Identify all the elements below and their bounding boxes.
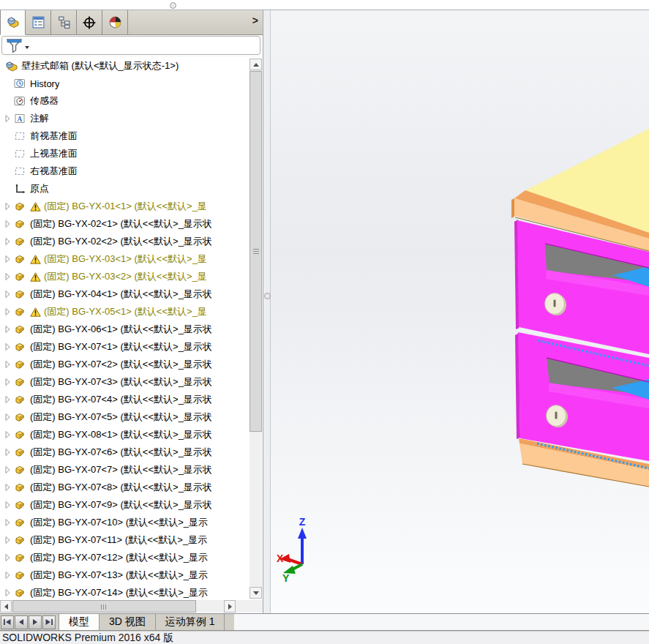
tree-row[interactable]: (固定) BG-YX-03<1> (默认<<默认>_显 <box>0 250 263 268</box>
document-tab-3D 视图[interactable]: 3D 视图 <box>100 614 156 630</box>
tree-row[interactable]: (固定) BG-YX-08<1> (默认<<默认>_显示状 <box>0 426 263 443</box>
tab-nav-next-button[interactable] <box>29 615 42 629</box>
tree-row[interactable]: (固定) BG-YX-05<1> (默认<<默认>_显 <box>0 303 263 321</box>
expand-arrow-icon[interactable] <box>4 220 14 228</box>
expand-arrow-icon[interactable] <box>4 202 14 211</box>
tree-row[interactable]: 右视基准面 <box>0 162 263 180</box>
keyhole <box>555 412 558 419</box>
tab-overflow-arrow[interactable]: > <box>252 15 258 26</box>
expand-arrow-icon[interactable] <box>4 114 14 123</box>
expand-arrow-icon[interactable] <box>4 430 14 439</box>
expand-arrow-icon[interactable] <box>4 571 14 580</box>
tree-item-label: (固定) BG-YX-07<5> (默认<<默认>_显示状 <box>30 411 212 424</box>
tree-row[interactable]: 上视基准面 <box>0 145 263 162</box>
expand-arrow-icon[interactable] <box>4 237 14 246</box>
scroll-down-button[interactable] <box>250 587 262 599</box>
z-axis-label: Z <box>299 516 306 528</box>
tree-item-label: 传感器 <box>30 94 59 108</box>
tree-row[interactable]: (固定) BG-YX-04<1> (默认<<默认>_显示状 <box>0 285 263 303</box>
tree-row[interactable]: (固定) BG-YX-07<10> (默认<<默认>_显示 <box>0 514 263 531</box>
document-tabs: 模型 3D 视图 运动算例 1 <box>59 614 225 630</box>
panel-splitter[interactable] <box>263 10 271 613</box>
expand-arrow-icon[interactable] <box>4 342 14 351</box>
tree-row[interactable]: (固定) BG-YX-07<8> (默认<<默认>_显示状 <box>0 479 263 496</box>
tree-row[interactable]: (固定) BG-YX-07<1> (默认<<默认>_显示状 <box>0 338 263 356</box>
tree-item-label: (固定) BG-YX-06<1> (默认<<默认>_显示状 <box>30 323 212 336</box>
expand-arrow-icon[interactable] <box>4 255 14 263</box>
tree-row[interactable]: (固定) BG-YX-07<12> (默认<<默认>_显示 <box>0 549 263 566</box>
expand-arrow-icon[interactable] <box>4 395 14 404</box>
document-tab-运动算例 1[interactable]: 运动算例 1 <box>156 614 225 630</box>
expand-arrow-icon[interactable] <box>4 325 14 334</box>
tree-vertical-scrollbar[interactable] <box>250 59 262 599</box>
tab-nav-last-button[interactable] <box>42 615 56 629</box>
tree-row[interactable]: (固定) BG-YX-01<1> (默认<<默认>_显 <box>0 198 263 215</box>
vertical-scroll-thumb[interactable] <box>250 71 262 432</box>
mailbox-model[interactable]: Z X Y <box>271 10 649 613</box>
feature-manager-tab-dimxpert-manager[interactable] <box>77 10 102 34</box>
tree-item-label: 前视基准面 <box>30 130 78 143</box>
expand-arrow-icon[interactable] <box>4 483 14 492</box>
expand-arrow-icon[interactable] <box>4 360 14 369</box>
tree-row[interactable]: (固定) BG-YX-07<2> (默认<<默认>_显示状 <box>0 356 263 373</box>
tree-row[interactable]: 壁挂式邮箱 (默认<默认_显示状态-1>) <box>0 57 263 75</box>
feature-manager-tab-featuremanager-design-tree[interactable] <box>0 10 26 35</box>
expand-arrow-icon[interactable] <box>4 588 14 597</box>
expand-arrow-icon[interactable] <box>4 307 14 316</box>
tree-row[interactable]: (固定) BG-YX-07<14> (默认<<默认>_显示 <box>0 584 263 600</box>
part-icon <box>14 201 26 213</box>
panel-top-splitter-grip[interactable] <box>170 2 176 9</box>
expand-arrow-icon[interactable] <box>4 536 14 544</box>
tree-row[interactable]: (固定) BG-YX-07<5> (默认<<默认>_显示状 <box>0 408 263 426</box>
fm-display-icon <box>108 15 122 29</box>
tree-row[interactable]: (固定) BG-YX-06<1> (默认<<默认>_显示状 <box>0 321 263 338</box>
expand-arrow-icon[interactable] <box>4 413 14 422</box>
origin-icon <box>14 183 26 195</box>
feature-manager-tab-property-manager[interactable] <box>26 10 51 34</box>
expand-arrow-icon[interactable] <box>4 448 14 457</box>
graphics-viewport[interactable]: Z X Y <box>271 10 649 613</box>
scroll-left-button[interactable] <box>0 600 12 613</box>
expand-arrow-icon[interactable] <box>4 290 14 299</box>
scroll-up-button[interactable] <box>250 59 262 70</box>
tab-nav-prev-button[interactable] <box>15 615 28 629</box>
warning-icon <box>30 255 41 264</box>
tree-row[interactable]: (固定) BG-YX-07<4> (默认<<默认>_显示状 <box>0 391 263 408</box>
expand-arrow-icon[interactable] <box>4 553 14 562</box>
tab-nav-first-button[interactable] <box>1 615 14 629</box>
tree-row[interactable]: (固定) BG-YX-07<9> (默认<<默认>_显示状 <box>0 496 263 514</box>
tree-row[interactable]: (固定) BG-YX-07<11> (默认<<默认>_显示 <box>0 531 263 549</box>
part-icon <box>14 323 26 336</box>
tree-row[interactable]: (固定) BG-YX-07<13> (默认<<默认>_显示 <box>0 566 263 584</box>
expand-arrow-icon[interactable] <box>4 272 14 281</box>
filter-dropdown-caret[interactable] <box>25 46 29 49</box>
panel-splitter-grip[interactable] <box>264 293 271 299</box>
annotations-icon: A <box>14 113 26 125</box>
tree-row[interactable]: 前视基准面 <box>0 127 263 145</box>
tree-row[interactable]: (固定) BG-YX-07<7> (默认<<默认>_显示状 <box>0 461 263 479</box>
expand-arrow-icon[interactable] <box>4 518 14 527</box>
y-axis-label: Y <box>282 572 290 584</box>
document-tab-模型[interactable]: 模型 <box>59 614 100 630</box>
tree-row[interactable]: History <box>0 75 263 92</box>
tree-row[interactable]: (固定) BG-YX-07<3> (默认<<默认>_显示状 <box>0 373 263 391</box>
expand-arrow-icon[interactable] <box>4 378 14 386</box>
tree-row[interactable]: (固定) BG-YX-02<2> (默认<<默认>_显示状 <box>0 233 263 250</box>
expand-arrow-icon[interactable] <box>4 501 14 509</box>
filter-funnel-icon[interactable] <box>6 38 23 53</box>
feature-tree: 壁挂式邮箱 (默认<默认_显示状态-1>) History 传感器 A 注解 前… <box>0 57 263 600</box>
horizontal-scroll-thumb[interactable] <box>12 600 196 613</box>
tree-horizontal-scrollbar[interactable] <box>0 600 263 613</box>
expand-arrow-icon[interactable] <box>4 465 14 474</box>
tree-row[interactable]: (固定) BG-YX-07<6> (默认<<默认>_显示状 <box>0 443 263 461</box>
filter-input[interactable] <box>1 36 260 55</box>
tree-row[interactable]: A 注解 <box>0 110 263 127</box>
tree-row[interactable]: 传感器 <box>0 92 263 110</box>
tree-item-label: (固定) BG-YX-07<14> (默认<<默认>_显示 <box>30 586 208 599</box>
tree-row[interactable]: (固定) BG-YX-02<1> (默认<<默认>_显示状 <box>0 215 263 233</box>
feature-manager-tab-configuration-manager[interactable] <box>51 10 77 34</box>
scroll-right-button[interactable] <box>224 600 236 613</box>
tree-row[interactable]: 原点 <box>0 180 263 198</box>
feature-manager-tab-display-manager[interactable] <box>102 10 128 34</box>
tree-row[interactable]: (固定) BG-YX-03<2> (默认<<默认>_显 <box>0 268 263 285</box>
